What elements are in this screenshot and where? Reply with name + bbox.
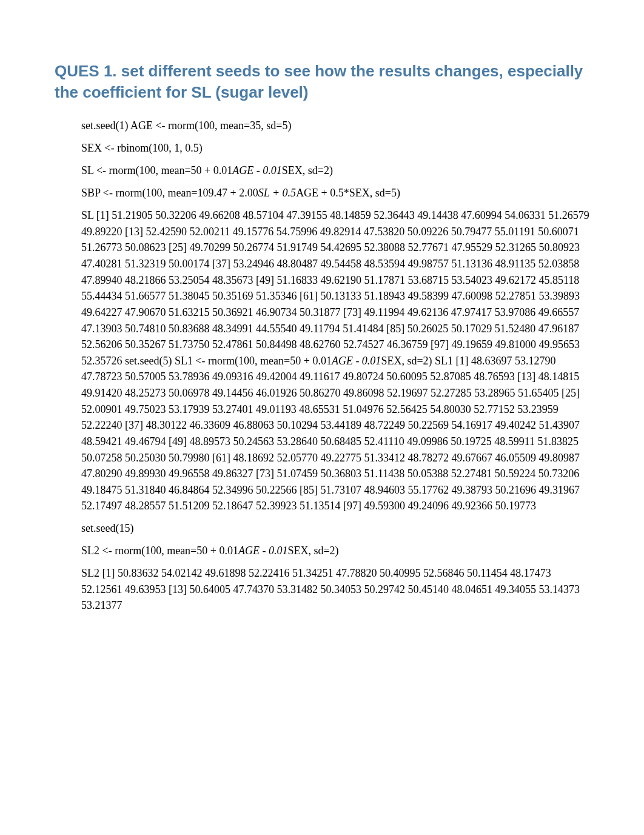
text-fragment: SEX, sd=2) [287, 545, 338, 557]
italic-fragment: AGE - 0.01 [332, 355, 381, 367]
code-line: set.seed(1) AGE <- rnorm(100, mean=35, s… [81, 118, 589, 134]
code-line: SL2 <- rnorm(100, mean=50 + 0.01AGE - 0.… [81, 543, 589, 559]
code-line: set.seed(15) [81, 520, 589, 537]
text-fragment: SL [1] 51.21905 50.32206 49.66208 48.571… [81, 209, 589, 367]
text-fragment: SBP <- rnorm(100, mean=109.47 + 2.00 [81, 187, 258, 199]
text-fragment: SEX, sd=2) SL1 [1] 48.63697 53.12790 47.… [81, 355, 580, 512]
document-page: QUES 1. set different seeds to see how t… [0, 0, 644, 656]
content-area: set.seed(1) AGE <- rnorm(100, mean=35, s… [55, 118, 589, 614]
text-fragment: SL2 <- rnorm(100, mean=50 + 0.01 [81, 545, 238, 557]
italic-fragment: SL + 0.5 [258, 187, 296, 199]
text-fragment: SEX, sd=2) [282, 164, 333, 176]
italic-fragment: AGE - 0.01 [238, 545, 287, 557]
code-line: SL <- rnorm(100, mean=50 + 0.01AGE - 0.0… [81, 163, 589, 179]
text-fragment: SL <- rnorm(100, mean=50 + 0.01 [81, 164, 232, 176]
code-line: SBP <- rnorm(100, mean=109.47 + 2.00SL +… [81, 185, 589, 201]
output-block: SL [1] 51.21905 50.32206 49.66208 48.571… [81, 207, 589, 514]
text-fragment: AGE + 0.5*SEX, sd=5) [296, 187, 400, 199]
section-heading: QUES 1. set different seeds to see how t… [55, 61, 589, 103]
output-block: SL2 [1] 50.83632 54.02142 49.61898 52.22… [81, 565, 589, 614]
italic-fragment: AGE - 0.01 [232, 164, 281, 176]
code-line: SEX <- rbinom(100, 1, 0.5) [81, 140, 589, 156]
